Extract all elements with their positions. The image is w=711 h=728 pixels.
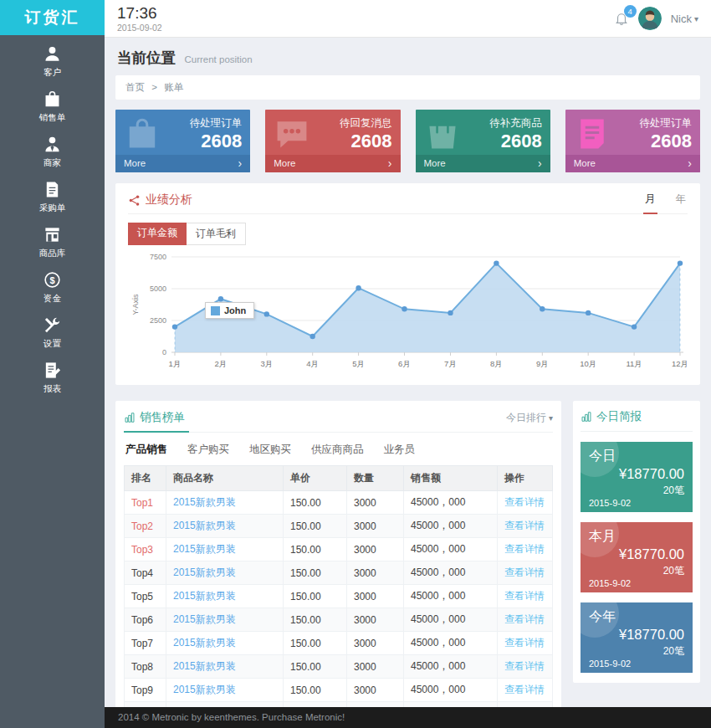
product-link[interactable]: 2015新款男装 (173, 520, 236, 531)
report-card-date: 2015-9-02 (589, 659, 684, 669)
stat-card-value: 2608 (190, 131, 243, 151)
cell-action: 查看详情 (498, 632, 553, 655)
user-menu[interactable]: Nick ▾ (671, 13, 698, 25)
sidebar-item-商品库[interactable]: 商品库 (0, 216, 105, 261)
cell-quantity: 3000 (347, 515, 404, 538)
stat-card-body: 待处理订单2608 (115, 110, 250, 155)
sales-tab-产品销售[interactable]: 产品销售 (125, 443, 167, 457)
svg-text:1月: 1月 (169, 359, 182, 368)
footer: 2014 © Metronic by keenthemes. Purchase … (105, 707, 711, 728)
product-link[interactable]: 2015新款男装 (173, 613, 236, 625)
report-card-今年[interactable]: 今年¥18770.0020笔2015-9-02 (581, 602, 693, 673)
sidebar-item-label: 商品库 (39, 248, 66, 259)
sales-tab-地区购买[interactable]: 地区购买 (249, 443, 291, 457)
stat-card-more-link[interactable]: More› (416, 155, 550, 172)
rank-filter-label: 今日排行 (506, 411, 546, 425)
stat-card[interactable]: 待回复消息2608More› (265, 110, 400, 172)
sidebar-item-采购单[interactable]: 采购单 (0, 171, 105, 216)
sales-table: 排名商品名称单价数量销售额操作 Top12015新款男装150.00300045… (124, 465, 553, 707)
topbar: 17:36 2015-09-02 4 (105, 0, 711, 38)
table-row: Top42015新款男装150.00300045000，000查看详情 (125, 561, 553, 585)
cell-price: 150.00 (284, 561, 347, 585)
svg-text:11月: 11月 (626, 359, 642, 368)
sidebar-item-销售单[interactable]: 销售单 (0, 80, 105, 126)
report-card-label: 本月 (589, 528, 684, 546)
cell-price: 150.00 (284, 608, 347, 632)
sidebar-item-报表[interactable]: 报表 (0, 351, 105, 397)
notification-badge: 4 (624, 5, 637, 18)
stat-card-value: 2608 (489, 131, 542, 151)
product-link[interactable]: 2015新款男装 (173, 496, 236, 508)
view-detail-link[interactable]: 查看详情 (504, 637, 545, 649)
view-detail-link[interactable]: 查看详情 (504, 567, 545, 578)
cell-quantity: 3000 (347, 655, 404, 679)
stat-card[interactable]: 待处理订单2608More› (565, 110, 700, 172)
table-header-单价: 单价 (284, 466, 347, 491)
product-link[interactable]: 2015新款男装 (173, 660, 236, 672)
stat-card-value: 2608 (340, 131, 392, 151)
breadcrumb-current[interactable]: 账单 (164, 82, 183, 92)
table-header-销售额: 销售额 (404, 466, 498, 491)
page-title: 当前位置 (117, 49, 176, 66)
view-detail-link[interactable]: 查看详情 (504, 520, 545, 531)
product-link[interactable]: 2015新款男装 (173, 684, 236, 695)
svg-text:5000: 5000 (150, 285, 166, 293)
sidebar-item-资金[interactable]: $资金 (0, 261, 105, 306)
notifications-button[interactable]: 4 (614, 11, 629, 26)
cell-quantity: 3000 (347, 561, 404, 585)
view-detail-link[interactable]: 查看详情 (504, 543, 545, 555)
avatar[interactable] (638, 7, 662, 30)
cell-product-name: 2015新款男装 (166, 538, 284, 561)
view-detail-link[interactable]: 查看详情 (504, 590, 545, 602)
breadcrumb-separator: > (151, 82, 157, 92)
product-link[interactable]: 2015新款男装 (173, 567, 236, 578)
cell-product-name: 2015新款男装 (166, 515, 284, 538)
range-tab-月[interactable]: 月 (643, 192, 657, 214)
report-card-今日[interactable]: 今日¥18770.0020笔2015-9-02 (581, 442, 693, 512)
rank-filter-dropdown[interactable]: 今日排行 ▾ (506, 411, 553, 425)
product-link[interactable]: 2015新款男装 (173, 590, 236, 602)
cell-action: 查看详情 (498, 561, 553, 585)
stat-card-more-link[interactable]: More› (565, 155, 700, 172)
cell-quantity: 3000 (347, 491, 404, 515)
stat-card[interactable]: 待补充商品2608More› (416, 110, 550, 172)
sales-tab-客户购买[interactable]: 客户购买 (187, 443, 229, 457)
daily-report-panel: 今日简报 今日¥18770.0020笔2015-9-02本月¥18770.002… (573, 401, 700, 683)
stat-card-more-link[interactable]: More› (115, 155, 250, 172)
stat-card[interactable]: 待处理订单2608More› (115, 110, 250, 172)
purchase-order-icon (43, 180, 62, 199)
product-link[interactable]: 2015新款男装 (173, 637, 236, 649)
sales-tab-供应商商品[interactable]: 供应商商品 (311, 443, 364, 457)
cell-action: 查看详情 (498, 585, 553, 608)
clock-date: 2015-09-02 (117, 23, 162, 33)
report-card-count: 20笔 (589, 644, 684, 659)
view-detail-link[interactable]: 查看详情 (504, 660, 545, 672)
report-card-本月[interactable]: 本月¥18770.0020笔2015-9-02 (581, 522, 693, 592)
sales-tab-业务员[interactable]: 业务员 (384, 443, 416, 457)
view-detail-link[interactable]: 查看详情 (504, 684, 545, 695)
product-link[interactable]: 2015新款男装 (173, 543, 236, 555)
stat-card-more-link[interactable]: More› (265, 155, 400, 172)
app-logo[interactable]: 订货汇 (0, 0, 105, 35)
series-button-订单金额[interactable]: 订单金额 (128, 223, 187, 245)
sidebar-item-商家[interactable]: 商家 (0, 126, 105, 171)
view-detail-link[interactable]: 查看详情 (504, 496, 545, 508)
table-row: Top12015新款男装150.00300045000，000查看详情 (125, 491, 553, 515)
range-tab-年[interactable]: 年 (674, 192, 688, 214)
breadcrumb-home[interactable]: 首页 (125, 82, 145, 92)
chevron-right-icon: › (538, 157, 542, 169)
sidebar-item-客户[interactable]: 客户 (0, 35, 105, 80)
view-detail-link[interactable]: 查看详情 (504, 613, 545, 625)
series-button-订单毛利[interactable]: 订单毛利 (187, 223, 246, 245)
cell-rank: Top3 (125, 538, 166, 561)
table-row: Top22015新款男装150.00300045000，000查看详情 (125, 515, 553, 538)
report-cards: 今日¥18770.0020笔2015-9-02本月¥18770.0020笔201… (581, 442, 693, 673)
sidebar-item-label: 销售单 (39, 112, 66, 124)
cell-price: 150.00 (284, 585, 347, 608)
daily-report-title: 今日简报 (581, 409, 642, 424)
sidebar-item-设置[interactable]: 设置 (0, 306, 105, 351)
share-icon (128, 194, 141, 207)
cell-action: 查看详情 (498, 491, 553, 515)
report-card-amount: ¥18770.00 (589, 546, 684, 562)
username-label: Nick (671, 13, 692, 25)
